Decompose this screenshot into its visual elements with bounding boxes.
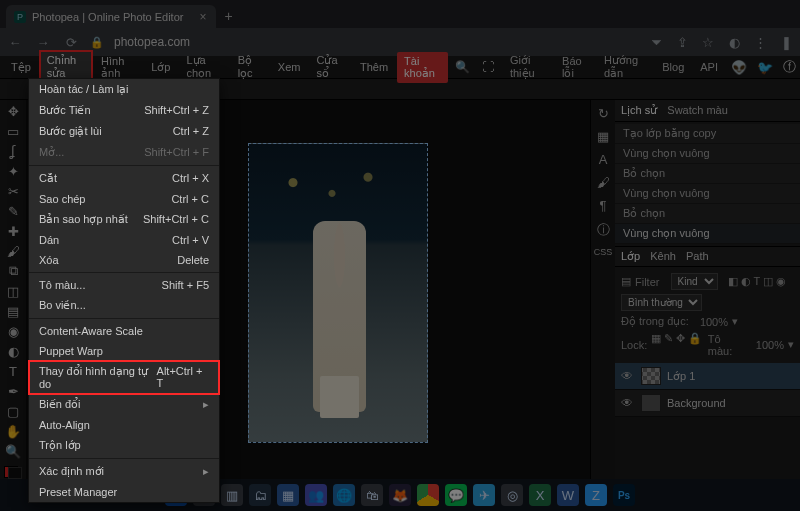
hand-tool[interactable]: ✋ [2,422,24,440]
reload-icon[interactable]: ⟳ [62,35,80,50]
menu-file[interactable]: Tệp [4,58,38,77]
twitter-icon[interactable]: 🐦 [753,57,777,78]
menu-paste[interactable]: DánCtrl + V [29,230,219,250]
menu-content-aware[interactable]: Content-Aware Scale [29,321,219,341]
taskbar-edge[interactable]: 🌐 [333,484,355,506]
lasso-tool[interactable]: ʆ [2,142,24,160]
menu-layer[interactable]: Lớp [144,58,177,77]
taskbar-explorer[interactable]: 🗂 [249,484,271,506]
menu-fill[interactable]: Tô màu...Shift + F5 [29,275,219,295]
menu-cut[interactable]: CắtCtrl + X [29,168,219,189]
link-report[interactable]: Báo lỗi [555,52,595,83]
taskbar-word[interactable]: W [557,484,579,506]
tab-layers[interactable]: Lớp [621,250,640,263]
heal-tool[interactable]: ✚ [2,222,24,240]
tab-swatch[interactable]: Swatch màu [667,104,728,117]
history-row[interactable]: Tạo lớp bằng copy [615,124,800,144]
brush-tool[interactable]: 🖌 [2,242,24,260]
taskbar-teams[interactable]: 👥 [305,484,327,506]
history-row[interactable]: Vùng chọn vuông [615,144,800,164]
dodge-tool[interactable]: ◐ [2,342,24,360]
extension-icon[interactable]: ⏷ [648,35,664,50]
type-tool[interactable]: T [2,362,24,380]
menu-define-new[interactable]: Xác định mới▸ [29,461,219,482]
css-icon[interactable]: CSS [594,247,613,257]
info-icon[interactable]: ⓘ [597,221,610,239]
pen-tool[interactable]: ✒ [2,382,24,400]
history-row[interactable]: Bỏ chọn [615,164,800,184]
layer-row[interactable]: 👁 Background [615,390,800,417]
taskbar-widgets[interactable]: ▦ [277,484,299,506]
eye-icon[interactable]: 👁 [621,369,635,383]
move-tool[interactable]: ✥ [2,102,24,120]
menu-delete[interactable]: XóaDelete [29,250,219,270]
tab-channels[interactable]: Kênh [650,250,676,263]
blur-tool[interactable]: ◉ [2,322,24,340]
taskbar-photoshop[interactable]: Ps [613,484,635,506]
layer-row[interactable]: 👁 Lớp 1 [615,363,800,390]
menu-auto-align[interactable]: Auto-Align [29,415,219,435]
menu-undo-redo[interactable]: Hoàn tác / Làm lại [29,79,219,100]
menu-copy[interactable]: Sao chépCtrl + C [29,189,219,209]
brush-panel-icon[interactable]: 🖌 [597,175,610,190]
gradient-tool[interactable]: ▤ [2,302,24,320]
history-icon[interactable]: ↻ [598,106,609,121]
filter-kind[interactable]: Kind [671,273,718,290]
menu-stroke[interactable]: Bo viền... [29,295,219,316]
taskbar-line[interactable]: 💬 [445,484,467,506]
para-icon[interactable]: ¶ [600,198,607,213]
fill-value[interactable]: 100% [756,339,784,351]
taskbar-chrome[interactable] [417,484,439,506]
share-icon[interactable]: ⇪ [674,35,690,50]
color-swatch[interactable] [4,466,22,479]
taskbar-excel[interactable]: X [529,484,551,506]
eyedrop-tool[interactable]: ✎ [2,202,24,220]
browser-tab[interactable]: P Photopea | Online Photo Editor × [6,5,216,28]
eraser-tool[interactable]: ◫ [2,282,24,300]
menu-puppet-warp[interactable]: Puppet Warp [29,341,219,361]
opacity-value[interactable]: 100% [700,316,728,328]
menu-more[interactable]: Thêm [353,58,395,76]
tab-paths[interactable]: Path [686,250,709,263]
back-icon[interactable]: ← [6,35,24,50]
menu-free-transform[interactable]: Thay đổi hình dạng tự doAlt+Ctrl + T [29,361,219,394]
new-tab-button[interactable]: + [216,4,240,28]
url-text[interactable]: photopea.com [114,35,638,49]
link-api[interactable]: API [693,58,725,76]
shape-tool[interactable]: ▢ [2,402,24,420]
char-icon[interactable]: A [599,152,608,167]
fullscreen-icon[interactable]: ⛶ [477,57,499,77]
menu-window[interactable]: Cửa sổ [309,51,350,83]
clone-tool[interactable]: ⧉ [2,262,24,280]
layer-name[interactable]: Background [667,397,726,409]
menu-icon[interactable]: ⋮ [752,35,768,50]
taskbar-firefox[interactable]: 🦊 [389,484,411,506]
taskbar-app[interactable]: ◎ [501,484,523,506]
eye-icon[interactable]: 👁 [621,396,635,410]
search-icon[interactable]: 🔍 [450,57,475,77]
star-icon[interactable]: ☆ [700,35,716,50]
tab-history[interactable]: Lịch sử [621,104,657,117]
history-row[interactable]: Vùng chọn vuông [615,184,800,204]
taskbar-taskview[interactable]: ▥ [221,484,243,506]
facebook-icon[interactable]: ⓕ [779,55,800,79]
menu-preset-manager[interactable]: Preset Manager [29,482,219,502]
link-blog[interactable]: Blog [655,58,691,76]
history-row[interactable]: Bỏ chọn [615,204,800,224]
close-icon[interactable]: × [199,10,206,24]
menu-step-forward[interactable]: Bước TiếnShift+Ctrl + Z [29,100,219,121]
taskbar-store[interactable]: 🛍 [361,484,383,506]
taskbar-telegram[interactable]: ✈ [473,484,495,506]
forward-icon[interactable]: → [34,35,52,50]
crop-tool[interactable]: ✂ [2,182,24,200]
menu-filter[interactable]: Bộ lọc [231,51,269,83]
wand-tool[interactable]: ✦ [2,162,24,180]
marquee-tool[interactable]: ▭ [2,122,24,140]
taskbar-zalo[interactable]: Z [585,484,607,506]
link-about[interactable]: Giới thiệu [503,51,553,83]
history-row[interactable]: Vùng chọn vuông [615,224,800,244]
puzzle-icon[interactable]: ❚ [778,35,794,50]
menu-view[interactable]: Xem [271,58,308,76]
menu-step-back[interactable]: Bước giật lùiCtrl + Z [29,121,219,142]
reddit-icon[interactable]: 👽 [727,57,751,78]
